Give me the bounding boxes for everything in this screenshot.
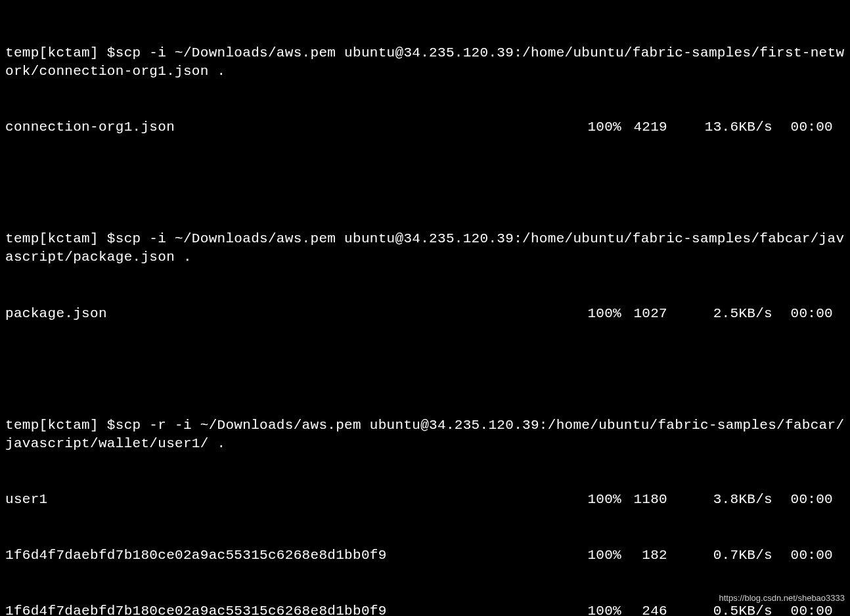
command-text: scp -i ~/Downloads/aws.pem ubuntu@34.235… <box>5 45 844 79</box>
terminal-window[interactable]: temp[kctam] $scp -i ~/Downloads/aws.pem … <box>5 7 845 616</box>
transfer-percent: 100% <box>577 546 621 565</box>
transfer-speed: 0.7KB/s <box>667 546 772 565</box>
transfer-time: 00:00 <box>772 118 845 137</box>
transfer-filename: connection-org1.json <box>5 118 175 137</box>
command-text: scp -r -i ~/Downloads/aws.pem ubuntu@34.… <box>5 418 844 451</box>
transfer-speed: 13.6KB/s <box>667 118 772 137</box>
transfer-percent: 100% <box>577 118 621 137</box>
transfer-size: 1027 <box>621 305 667 323</box>
transfer-percent: 100% <box>577 305 621 323</box>
transfer-speed: 3.8KB/s <box>667 491 772 509</box>
transfer-percent: 100% <box>577 602 621 616</box>
transfer-size: 1180 <box>621 491 667 509</box>
transfer-filename: 1f6d4f7daebfd7b180ce02a9ac55315c6268e8d1… <box>5 602 387 616</box>
transfer-speed: 0.5KB/s <box>667 602 772 616</box>
transfer-row: 1f6d4f7daebfd7b180ce02a9ac55315c6268e8d1… <box>5 602 845 616</box>
transfer-filename: package.json <box>5 305 107 323</box>
transfer-filename: 1f6d4f7daebfd7b180ce02a9ac55315c6268e8d1… <box>5 546 387 565</box>
transfer-row: user1 100% 1180 3.8KB/s 00:00 <box>5 491 845 509</box>
shell-prompt: temp[kctam] $ <box>5 418 116 433</box>
command-line-1: temp[kctam] $scp -i ~/Downloads/aws.pem … <box>5 44 845 81</box>
shell-prompt: temp[kctam] $ <box>5 231 116 246</box>
transfer-size: 4219 <box>621 118 667 137</box>
transfer-percent: 100% <box>577 491 621 509</box>
command-line-2: temp[kctam] $scp -i ~/Downloads/aws.pem … <box>5 230 845 267</box>
transfer-size: 246 <box>621 602 667 616</box>
command-line-3: temp[kctam] $scp -r -i ~/Downloads/aws.p… <box>5 416 845 454</box>
transfer-time: 00:00 <box>772 602 845 616</box>
transfer-row: 1f6d4f7daebfd7b180ce02a9ac55315c6268e8d1… <box>5 546 845 565</box>
shell-prompt: temp[kctam] $ <box>5 45 116 60</box>
watermark-text: https://blog.csdn.net/shebao3333 <box>719 592 845 604</box>
transfer-time: 00:00 <box>772 546 845 565</box>
blank-line <box>5 174 845 192</box>
transfer-size: 182 <box>621 546 667 565</box>
transfer-time: 00:00 <box>772 305 845 323</box>
blank-line <box>5 361 845 379</box>
transfer-row: package.json 100% 1027 2.5KB/s 00:00 <box>5 305 845 323</box>
transfer-filename: user1 <box>5 491 48 509</box>
transfer-time: 00:00 <box>772 491 845 509</box>
command-text: scp -i ~/Downloads/aws.pem ubuntu@34.235… <box>5 231 844 265</box>
transfer-row: connection-org1.json 100% 4219 13.6KB/s … <box>5 118 845 137</box>
transfer-speed: 2.5KB/s <box>667 305 772 323</box>
